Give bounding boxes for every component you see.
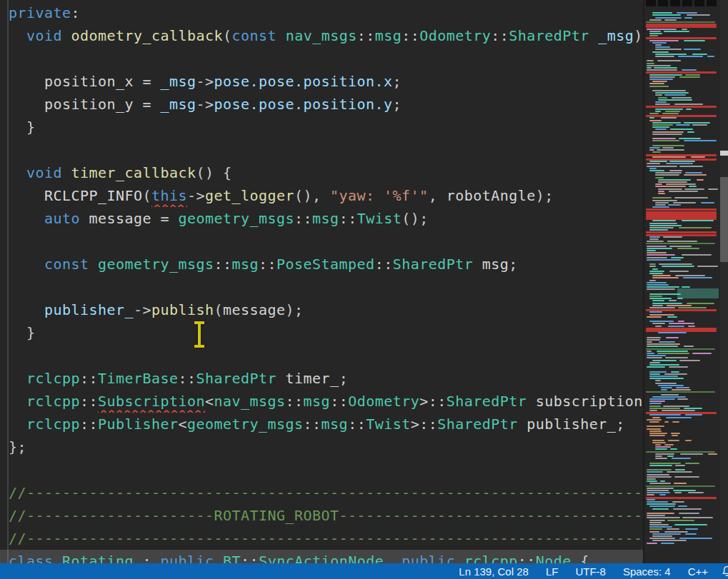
minimap-line [670, 448, 677, 450]
minimap-line [655, 44, 662, 46]
status-eol-sequence[interactable]: LF [546, 565, 559, 578]
minimap-line [669, 323, 694, 324]
minimap-line [684, 122, 710, 124]
minimap-line [649, 520, 665, 521]
minimap-line [649, 311, 662, 313]
minimap-line [647, 490, 669, 491]
minimap-line [673, 490, 696, 491]
minimap-line [689, 186, 697, 187]
scrollbar-thumb[interactable] [720, 177, 728, 262]
status-indentation[interactable]: Spaces: 4 [623, 565, 671, 578]
code-line: //---------------------ROTATING_ROBOT---… [0, 504, 644, 527]
minimap-line [652, 138, 676, 139]
minimap-line [692, 124, 707, 126]
minimap-line [647, 166, 677, 167]
minimap-line [661, 117, 677, 119]
editor-scrollbar[interactable] [720, 0, 728, 563]
minimap-line [658, 191, 664, 192]
minimap-line [649, 31, 661, 32]
minimap-line [647, 492, 670, 493]
minimap-line [685, 463, 699, 464]
minimap-line [649, 271, 664, 272]
minimap-line [662, 113, 679, 114]
scrollbar-decoration-tick [720, 151, 728, 156]
minimap-line [678, 505, 687, 507]
minimap-line [655, 446, 671, 448]
minimap-line [684, 140, 717, 141]
minimap-line [652, 360, 677, 361]
minimap-line [658, 99, 692, 101]
minimap-line [679, 166, 703, 167]
minimap[interactable] [644, 0, 720, 563]
status-encoding[interactable]: UTF-8 [575, 565, 606, 578]
minimap-line [649, 414, 681, 416]
minimap-line [672, 435, 678, 436]
minimap-line [655, 94, 662, 96]
minimap-line [658, 332, 687, 333]
minimap-line [669, 246, 692, 247]
minimap-line [671, 371, 679, 373]
minimap-line [662, 147, 674, 148]
minimap-line [685, 172, 702, 173]
minimap-line [647, 353, 654, 354]
minimap-line [652, 51, 669, 53]
minimap-line [647, 488, 674, 489]
code-line: void timer_callback() { [0, 161, 644, 184]
minimap-line [649, 433, 667, 434]
minimap-line [649, 293, 681, 295]
minimap-line [676, 124, 691, 126]
minimap-line [649, 538, 675, 539]
minimap-line [701, 202, 714, 203]
minimap-line [682, 220, 714, 221]
minimap-line [661, 387, 672, 388]
minimap-line [647, 501, 668, 503]
minimap-line [647, 494, 654, 495]
minimap-line [664, 444, 674, 445]
minimap-line [664, 373, 687, 375]
minimap-line [647, 259, 681, 261]
minimap-line [677, 288, 719, 298]
code-area[interactable]: private: void odometry_callback(const na… [0, 1, 644, 563]
minimap-line [676, 387, 689, 388]
minimap-line [662, 410, 695, 411]
minimap-line [680, 453, 703, 455]
minimap-line [652, 42, 667, 44]
minimap-line [649, 410, 657, 411]
minimap-line [675, 469, 685, 470]
notifications-bell-icon[interactable] [721, 565, 728, 579]
minimap-line [687, 131, 694, 133]
minimap-line [652, 533, 681, 535]
minimap-line [672, 97, 691, 99]
minimap-line [679, 538, 712, 539]
minimap-line [647, 286, 679, 288]
code-line: } [0, 321, 644, 344]
minimap-line [661, 543, 674, 544]
minimap-line [707, 0, 717, 6]
minimap-line [655, 172, 682, 173]
minimap-line [652, 275, 671, 276]
code-line: const geometry_msgs::msg::PoseStamped::S… [0, 253, 644, 276]
minimap-line [649, 225, 682, 226]
minimap-line [655, 448, 667, 450]
minimap-line [649, 263, 656, 265]
minimap-line [646, 485, 715, 487]
minimap-line [664, 31, 690, 32]
minimap-line [655, 104, 670, 105]
minimap-line [671, 257, 684, 258]
minimap-line [652, 303, 682, 304]
code-line [0, 344, 644, 367]
status-cursor-position[interactable]: Ln 139, Col 28 [459, 565, 529, 578]
minimap-line [652, 220, 676, 221]
minimap-line [647, 288, 675, 290]
minimap-line [674, 483, 687, 484]
minimap-line [661, 394, 679, 396]
status-language-mode[interactable]: C++ [688, 565, 708, 578]
minimap-line [646, 451, 715, 453]
minimap-line [647, 163, 660, 164]
minimap-line [649, 408, 680, 409]
minimap-line [647, 478, 656, 480]
minimap-line [649, 86, 669, 87]
minimap-line [649, 149, 654, 151]
code-editor[interactable]: private: void odometry_callback(const na… [0, 0, 644, 563]
minimap-line [669, 161, 694, 162]
